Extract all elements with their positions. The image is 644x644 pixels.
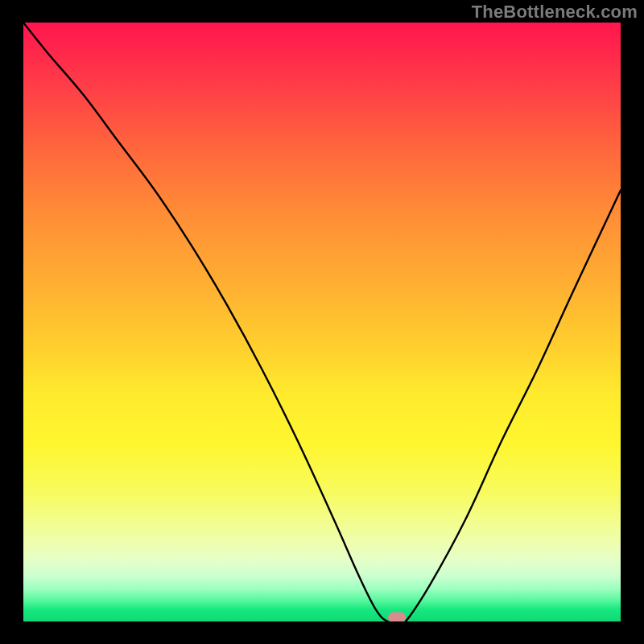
optimal-point-marker bbox=[388, 613, 406, 622]
watermark-text: TheBottleneck.com bbox=[472, 2, 638, 23]
chart-container: TheBottleneck.com bbox=[0, 0, 644, 644]
bottleneck-curve bbox=[23, 23, 621, 621]
plot-area bbox=[23, 23, 621, 621]
